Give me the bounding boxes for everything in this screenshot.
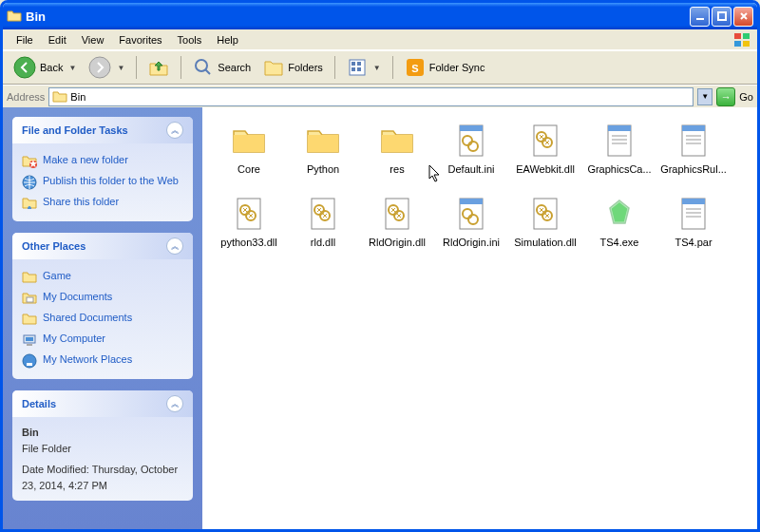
go-button[interactable]: → [716, 87, 735, 106]
address-bar: Address Bin ▼ → Go [3, 85, 757, 107]
dll-icon [230, 195, 268, 233]
task-publish[interactable]: Publish this folder to the Web [22, 172, 183, 193]
dropdown-icon: ▼ [373, 64, 381, 72]
tasks-header[interactable]: File and Folder Tasks ︽ [12, 117, 193, 143]
file-item[interactable]: GraphicsCa... [582, 122, 656, 176]
svg-rect-59 [682, 199, 705, 204]
separator [136, 56, 137, 79]
address-input[interactable]: Bin [48, 87, 694, 106]
svg-rect-34 [612, 135, 627, 137]
forward-button[interactable]: ▼ [84, 53, 129, 82]
separator [180, 56, 181, 79]
foldersync-button[interactable]: S Folder Sync [400, 54, 490, 81]
sidebar: File and Folder Tasks ︽ ★ Make a new fol… [3, 107, 202, 529]
menu-file[interactable]: File [9, 32, 41, 48]
file-label: EAWebkit.dll [516, 163, 575, 176]
svg-rect-0 [696, 18, 704, 20]
details-type: File Folder [22, 441, 183, 457]
menu-help[interactable]: Help [209, 32, 246, 48]
computer-icon [22, 332, 37, 348]
file-label: Simulation.dll [514, 237, 576, 249]
file-grid: CorePythonresDefault.iniEAWebkit.dllGrap… [212, 122, 748, 268]
search-label: Search [218, 62, 251, 73]
menu-tools[interactable]: Tools [170, 32, 210, 48]
maximize-button[interactable] [712, 7, 732, 27]
window-controls [690, 7, 753, 27]
address-dropdown[interactable]: ▼ [697, 88, 712, 105]
collapse-icon[interactable]: ︽ [166, 395, 183, 412]
file-label: rld.dll [311, 237, 335, 249]
svg-rect-39 [686, 135, 701, 137]
menu-edit[interactable]: Edit [41, 32, 74, 48]
place-shared[interactable]: Shared Documents [22, 309, 183, 330]
new-folder-icon: ★ [22, 154, 37, 169]
tasks-title: File and Folder Tasks [22, 124, 128, 136]
menu-view[interactable]: View [74, 32, 112, 48]
ini-icon [452, 195, 490, 233]
file-icon [600, 122, 638, 160]
file-label: GraphicsCa... [587, 163, 651, 176]
views-button[interactable]: ▼ [342, 54, 386, 81]
svg-rect-2 [734, 33, 741, 39]
place-game[interactable]: Game [22, 267, 183, 288]
foldersync-label: Folder Sync [429, 62, 485, 73]
details-panel: Details ︽ Bin File Folder Date Modified:… [12, 390, 193, 501]
file-item[interactable]: res [360, 122, 434, 176]
file-item[interactable]: Core [212, 122, 286, 176]
back-button[interactable]: Back ▼ [9, 53, 81, 82]
task-label: Make a new folder [43, 154, 128, 165]
svg-rect-22 [27, 344, 32, 346]
place-computer[interactable]: My Computer [22, 330, 183, 351]
minimize-button[interactable] [690, 7, 710, 27]
details-name: Bin [22, 425, 183, 441]
task-new-folder[interactable]: ★ Make a new folder [22, 151, 183, 172]
place-label: My Network Places [43, 353, 132, 365]
file-item[interactable]: EAWebkit.dll [508, 122, 582, 176]
task-share[interactable]: Share this folder [22, 193, 183, 214]
titlebar[interactable]: Bin [3, 3, 757, 29]
svg-rect-38 [682, 125, 705, 131]
svg-rect-40 [686, 139, 701, 141]
svg-rect-10 [352, 62, 355, 66]
svg-rect-11 [357, 62, 361, 66]
place-label: Shared Documents [43, 312, 132, 323]
file-item[interactable]: Simulation.dll [508, 195, 582, 249]
file-label: python33.dll [220, 237, 276, 249]
folders-button[interactable]: Folders [258, 54, 328, 81]
collapse-icon[interactable]: ︽ [166, 238, 183, 255]
dll-icon [304, 195, 342, 233]
file-item[interactable]: GraphicsRul... [656, 122, 731, 176]
search-button[interactable]: Search [188, 54, 256, 81]
close-button[interactable] [733, 7, 753, 27]
place-label: My Documents [43, 291, 112, 302]
folders-label: Folders [288, 62, 323, 73]
svg-rect-21 [26, 337, 33, 341]
svg-rect-60 [686, 208, 701, 210]
file-item[interactable]: rld.dll [286, 195, 360, 249]
file-item[interactable]: TS4.exe [582, 195, 656, 249]
place-label: My Computer [43, 332, 105, 344]
file-item[interactable]: Python [286, 122, 360, 176]
go-label: Go [739, 91, 753, 103]
svg-rect-52 [460, 199, 483, 204]
folder-icon [22, 270, 37, 285]
file-item[interactable]: RldOrigin.dll [360, 195, 434, 249]
file-label: Python [307, 163, 339, 176]
collapse-icon[interactable]: ︽ [166, 122, 183, 139]
place-documents[interactable]: My Documents [22, 288, 183, 309]
places-panel: Other Places ︽ Game My Documents Shared … [12, 233, 193, 379]
up-button[interactable] [143, 54, 174, 81]
file-item[interactable]: python33.dll [212, 195, 286, 249]
exe-icon [600, 195, 638, 233]
place-network[interactable]: My Network Places [22, 351, 183, 371]
menu-favorites[interactable]: Favorites [111, 32, 169, 48]
file-item[interactable]: RldOrigin.ini [434, 195, 508, 249]
file-label: RldOrigin.dll [369, 237, 426, 249]
file-item[interactable]: Default.ini [434, 122, 508, 176]
places-header[interactable]: Other Places ︽ [12, 233, 193, 259]
details-header[interactable]: Details ︽ [12, 390, 193, 417]
file-pane[interactable]: CorePythonresDefault.iniEAWebkit.dllGrap… [202, 107, 757, 529]
file-item[interactable]: TS4.par [656, 195, 731, 249]
file-icon [674, 122, 712, 160]
svg-rect-35 [612, 139, 627, 141]
